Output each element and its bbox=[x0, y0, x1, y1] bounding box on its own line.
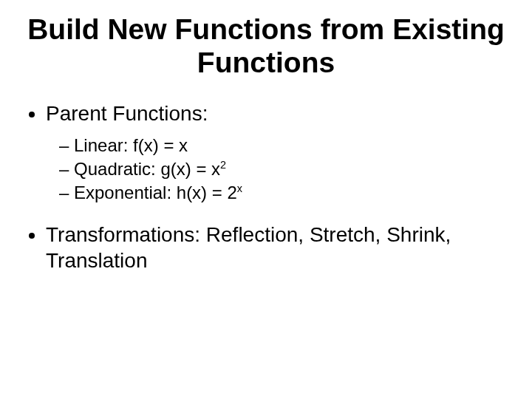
bullet-parent-functions: Parent Functions: Linear: f(x) = x Quadr… bbox=[46, 100, 505, 205]
sub-bullet-list: Linear: f(x) = x Quadratic: g(x) = x2 Ex… bbox=[46, 134, 505, 205]
quadratic-text: Quadratic: g(x) = x bbox=[74, 159, 220, 179]
sub-bullet-linear: Linear: f(x) = x bbox=[59, 134, 505, 157]
quadratic-exponent: 2 bbox=[220, 159, 226, 171]
transformations-text: Transformations: Reflection, Stretch, Sh… bbox=[46, 223, 451, 272]
bullet-list: Parent Functions: Linear: f(x) = x Quadr… bbox=[27, 100, 505, 273]
exponential-text: Exponential: h(x) = 2 bbox=[74, 183, 237, 202]
bullet-transformations: Transformations: Reflection, Stretch, Sh… bbox=[46, 222, 505, 273]
sub-bullet-quadratic: Quadratic: g(x) = x2 bbox=[59, 157, 505, 181]
parent-functions-label: Parent Functions: bbox=[46, 102, 208, 125]
linear-text: Linear: f(x) = x bbox=[74, 135, 188, 155]
slide-title: Build New Functions from Existing Functi… bbox=[27, 13, 505, 80]
exponential-exponent: x bbox=[237, 183, 242, 194]
sub-bullet-exponential: Exponential: h(x) = 2x bbox=[59, 181, 505, 205]
slide: Build New Functions from Existing Functi… bbox=[0, 0, 532, 399]
